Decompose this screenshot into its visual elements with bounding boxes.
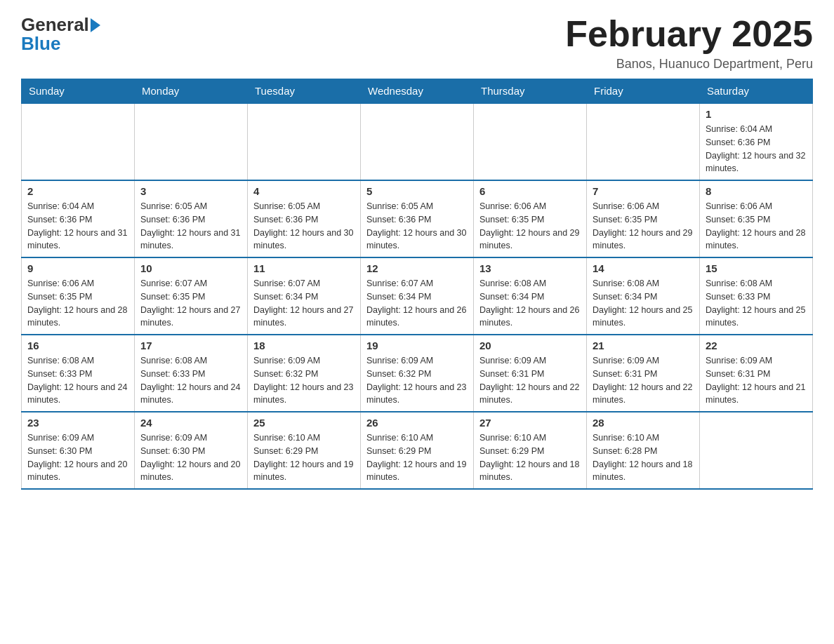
- day-header-thursday: Thursday: [474, 79, 587, 104]
- calendar-header: SundayMondayTuesdayWednesdayThursdayFrid…: [22, 79, 813, 104]
- week-row-5: 23Sunrise: 6:09 AM Sunset: 6:30 PM Dayli…: [22, 412, 813, 489]
- day-number: 6: [479, 185, 581, 197]
- day-number: 5: [366, 185, 468, 197]
- calendar-cell: [22, 103, 135, 180]
- calendar-cell: 20Sunrise: 6:09 AM Sunset: 6:31 PM Dayli…: [474, 335, 587, 412]
- day-info: Sunrise: 6:09 AM Sunset: 6:32 PM Dayligh…: [253, 354, 355, 407]
- calendar-cell: 18Sunrise: 6:09 AM Sunset: 6:32 PM Dayli…: [248, 335, 361, 412]
- logo-area: General Blue: [21, 14, 100, 55]
- day-number: 28: [593, 417, 694, 429]
- header: General Blue February 2025 Banos, Huanuc…: [21, 14, 813, 72]
- calendar-cell: 28Sunrise: 6:10 AM Sunset: 6:28 PM Dayli…: [587, 412, 700, 489]
- day-info: Sunrise: 6:07 AM Sunset: 6:35 PM Dayligh…: [140, 277, 241, 330]
- calendar-cell: [135, 103, 248, 180]
- day-number: 16: [27, 340, 128, 351]
- logo-arrow-icon: [91, 18, 100, 32]
- title-area: February 2025 Banos, Huanuco Department,…: [565, 14, 813, 72]
- calendar-cell: 1Sunrise: 6:04 AM Sunset: 6:36 PM Daylig…: [700, 103, 813, 180]
- week-row-2: 2Sunrise: 6:04 AM Sunset: 6:36 PM Daylig…: [22, 180, 813, 257]
- calendar-cell: 17Sunrise: 6:08 AM Sunset: 6:33 PM Dayli…: [135, 335, 248, 412]
- calendar-cell: 22Sunrise: 6:09 AM Sunset: 6:31 PM Dayli…: [700, 335, 813, 412]
- day-info: Sunrise: 6:08 AM Sunset: 6:34 PM Dayligh…: [593, 277, 694, 330]
- calendar-cell: 2Sunrise: 6:04 AM Sunset: 6:36 PM Daylig…: [22, 180, 135, 257]
- day-info: Sunrise: 6:10 AM Sunset: 6:29 PM Dayligh…: [253, 431, 355, 484]
- day-number: 12: [366, 262, 468, 274]
- day-number: 15: [706, 262, 807, 274]
- calendar-cell: 7Sunrise: 6:06 AM Sunset: 6:35 PM Daylig…: [587, 180, 700, 257]
- day-info: Sunrise: 6:06 AM Sunset: 6:35 PM Dayligh…: [593, 200, 694, 253]
- calendar-cell: [700, 412, 813, 489]
- calendar-cell: 15Sunrise: 6:08 AM Sunset: 6:33 PM Dayli…: [700, 257, 813, 335]
- calendar-cell: 5Sunrise: 6:05 AM Sunset: 6:36 PM Daylig…: [361, 180, 474, 257]
- day-info: Sunrise: 6:09 AM Sunset: 6:32 PM Dayligh…: [366, 354, 468, 407]
- week-row-3: 9Sunrise: 6:06 AM Sunset: 6:35 PM Daylig…: [22, 257, 813, 335]
- day-info: Sunrise: 6:08 AM Sunset: 6:33 PM Dayligh…: [140, 354, 241, 407]
- day-number: 10: [140, 262, 241, 274]
- calendar-cell: 6Sunrise: 6:06 AM Sunset: 6:35 PM Daylig…: [474, 180, 587, 257]
- day-info: Sunrise: 6:05 AM Sunset: 6:36 PM Dayligh…: [366, 200, 468, 253]
- month-title: February 2025: [565, 14, 813, 54]
- day-number: 21: [593, 340, 694, 351]
- day-info: Sunrise: 6:09 AM Sunset: 6:30 PM Dayligh…: [27, 431, 128, 484]
- day-header-monday: Monday: [135, 79, 248, 104]
- calendar-cell: 13Sunrise: 6:08 AM Sunset: 6:34 PM Dayli…: [474, 257, 587, 335]
- day-number: 24: [140, 417, 241, 429]
- calendar-cell: [248, 103, 361, 180]
- calendar-cell: 11Sunrise: 6:07 AM Sunset: 6:34 PM Dayli…: [248, 257, 361, 335]
- day-info: Sunrise: 6:10 AM Sunset: 6:29 PM Dayligh…: [366, 431, 468, 484]
- day-number: 17: [140, 340, 241, 351]
- day-info: Sunrise: 6:04 AM Sunset: 6:36 PM Dayligh…: [706, 123, 807, 175]
- day-number: 4: [253, 185, 355, 197]
- calendar-cell: 24Sunrise: 6:09 AM Sunset: 6:30 PM Dayli…: [135, 412, 248, 489]
- calendar-cell: 27Sunrise: 6:10 AM Sunset: 6:29 PM Dayli…: [474, 412, 587, 489]
- day-header-saturday: Saturday: [700, 79, 813, 104]
- day-number: 23: [27, 417, 128, 429]
- day-number: 1: [706, 108, 807, 120]
- day-header-friday: Friday: [587, 79, 700, 104]
- day-info: Sunrise: 6:04 AM Sunset: 6:36 PM Dayligh…: [27, 200, 128, 253]
- calendar-cell: [361, 103, 474, 180]
- day-info: Sunrise: 6:08 AM Sunset: 6:33 PM Dayligh…: [706, 277, 807, 330]
- day-number: 13: [479, 262, 581, 274]
- calendar-cell: 4Sunrise: 6:05 AM Sunset: 6:36 PM Daylig…: [248, 180, 361, 257]
- calendar-cell: 10Sunrise: 6:07 AM Sunset: 6:35 PM Dayli…: [135, 257, 248, 335]
- days-row: SundayMondayTuesdayWednesdayThursdayFrid…: [22, 79, 813, 104]
- day-number: 9: [27, 262, 128, 274]
- day-info: Sunrise: 6:09 AM Sunset: 6:31 PM Dayligh…: [706, 354, 807, 407]
- calendar: SundayMondayTuesdayWednesdayThursdayFrid…: [21, 79, 813, 490]
- day-header-sunday: Sunday: [22, 79, 135, 104]
- subtitle: Banos, Huanuco Department, Peru: [565, 57, 813, 72]
- calendar-cell: 23Sunrise: 6:09 AM Sunset: 6:30 PM Dayli…: [22, 412, 135, 489]
- day-number: 26: [366, 417, 468, 429]
- day-info: Sunrise: 6:06 AM Sunset: 6:35 PM Dayligh…: [27, 277, 128, 330]
- calendar-cell: 16Sunrise: 6:08 AM Sunset: 6:33 PM Dayli…: [22, 335, 135, 412]
- day-number: 27: [479, 417, 581, 429]
- day-info: Sunrise: 6:08 AM Sunset: 6:33 PM Dayligh…: [27, 354, 128, 407]
- logo-blue-word: Blue: [21, 33, 60, 55]
- day-info: Sunrise: 6:10 AM Sunset: 6:29 PM Dayligh…: [479, 431, 581, 484]
- day-number: 11: [253, 262, 355, 274]
- day-info: Sunrise: 6:06 AM Sunset: 6:35 PM Dayligh…: [706, 200, 807, 253]
- calendar-cell: 3Sunrise: 6:05 AM Sunset: 6:36 PM Daylig…: [135, 180, 248, 257]
- day-number: 8: [706, 185, 807, 197]
- day-number: 18: [253, 340, 355, 351]
- calendar-cell: 12Sunrise: 6:07 AM Sunset: 6:34 PM Dayli…: [361, 257, 474, 335]
- day-info: Sunrise: 6:10 AM Sunset: 6:28 PM Dayligh…: [593, 431, 694, 484]
- day-number: 22: [706, 340, 807, 351]
- calendar-cell: 14Sunrise: 6:08 AM Sunset: 6:34 PM Dayli…: [587, 257, 700, 335]
- calendar-cell: 25Sunrise: 6:10 AM Sunset: 6:29 PM Dayli…: [248, 412, 361, 489]
- calendar-cell: 26Sunrise: 6:10 AM Sunset: 6:29 PM Dayli…: [361, 412, 474, 489]
- day-info: Sunrise: 6:05 AM Sunset: 6:36 PM Dayligh…: [253, 200, 355, 253]
- day-info: Sunrise: 6:07 AM Sunset: 6:34 PM Dayligh…: [253, 277, 355, 330]
- day-number: 3: [140, 185, 241, 197]
- day-number: 14: [593, 262, 694, 274]
- calendar-cell: 9Sunrise: 6:06 AM Sunset: 6:35 PM Daylig…: [22, 257, 135, 335]
- day-info: Sunrise: 6:09 AM Sunset: 6:30 PM Dayligh…: [140, 431, 241, 484]
- day-number: 2: [27, 185, 128, 197]
- day-info: Sunrise: 6:07 AM Sunset: 6:34 PM Dayligh…: [366, 277, 468, 330]
- day-info: Sunrise: 6:09 AM Sunset: 6:31 PM Dayligh…: [593, 354, 694, 407]
- calendar-body: 1Sunrise: 6:04 AM Sunset: 6:36 PM Daylig…: [22, 103, 813, 489]
- calendar-cell: 21Sunrise: 6:09 AM Sunset: 6:31 PM Dayli…: [587, 335, 700, 412]
- day-header-wednesday: Wednesday: [361, 79, 474, 104]
- week-row-4: 16Sunrise: 6:08 AM Sunset: 6:33 PM Dayli…: [22, 335, 813, 412]
